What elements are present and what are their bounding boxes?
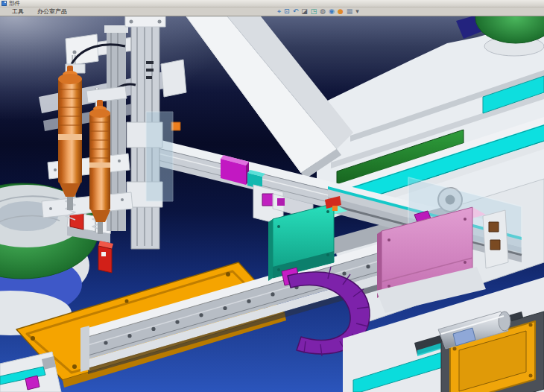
document-icon [1, 1, 7, 6]
edit-appearance-icon[interactable]: ● [338, 7, 344, 16]
view-settings-icon[interactable]: ▾ [355, 7, 359, 16]
display-style-icon[interactable]: ◍ [320, 7, 326, 16]
tab-tools[interactable]: 工具 [10, 7, 25, 16]
solidworks-window: 部件 工具 办公室产品 ⌖⊡↶◪◳◍◉●▦▾ [0, 0, 544, 392]
zoom-area-icon[interactable]: ⊡ [284, 7, 290, 16]
tab-office-products[interactable]: 办公室产品 [36, 7, 69, 16]
titlebar: 部件 [0, 0, 544, 7]
zoom-fit-icon[interactable]: ⌖ [277, 7, 281, 16]
hide-show-items-icon[interactable]: ◉ [329, 7, 335, 16]
heads-up-view-toolbar: ⌖⊡↶◪◳◍◉●▦▾ [277, 7, 359, 16]
section-view-icon[interactable]: ◪ [301, 7, 308, 16]
view-orientation-icon[interactable]: ◳ [311, 7, 317, 16]
previous-view-icon[interactable]: ↶ [293, 7, 299, 16]
document-label: 部件 [9, 0, 20, 7]
dispenser-cylinder-right[interactable] [89, 100, 110, 234]
apply-scene-icon[interactable]: ▦ [347, 7, 353, 16]
command-tab-bar: 工具 办公室产品 ⌖⊡↶◪◳◍◉●▦▾ [0, 7, 544, 16]
graphics-viewport[interactable] [0, 16, 544, 392]
